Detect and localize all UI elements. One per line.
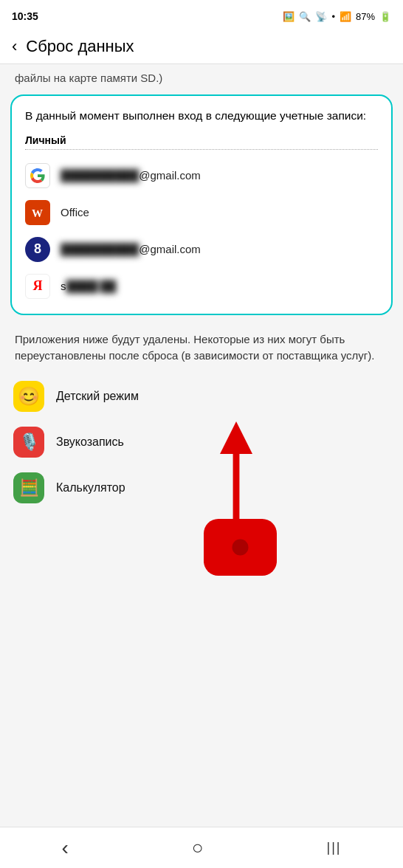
office-icon: W (25, 200, 50, 225)
battery-icon: 🔋 (379, 11, 391, 22)
warning-text: Приложения ниже будут удалены. Некоторые… (0, 324, 403, 373)
wifi-icon: 📶 (340, 11, 351, 22)
page-title: Сброс данных (26, 37, 134, 56)
google1-blurred: ██████████ (61, 169, 139, 182)
search-icon: 🔍 (299, 11, 311, 22)
google2-account-text: ██████████@gmail.com (61, 243, 201, 255)
bottom-nav: ‹ ○ ||| (0, 827, 403, 868)
office-account-text: Office (61, 206, 89, 218)
yandex-icon: Я (25, 274, 50, 299)
google1-account-text: ██████████@gmail.com (61, 169, 201, 182)
calc-app-name: Калькулятор (56, 481, 125, 495)
yandex-blurred: ████ ██ (66, 280, 117, 292)
header: ‹ Сброс данных (0, 30, 403, 64)
google2-blurred: ██████████ (61, 243, 139, 255)
calc-app-icon: 🧮 (13, 472, 44, 503)
google2-icon: 8 (25, 237, 50, 262)
dot-icon: • (331, 11, 335, 22)
kids-app-name: Детский режим (56, 390, 139, 403)
recorder-app-icon: 🎙️ (13, 427, 44, 458)
account-item-google2: 8 ██████████@gmail.com (25, 231, 378, 268)
svg-text:W: W (32, 207, 43, 219)
status-icons: 🖼️ 🔍 📡 • 📶 87% 🔋 (283, 11, 391, 22)
back-button[interactable]: ‹ (12, 37, 17, 56)
cast-icon: 📡 (315, 11, 327, 22)
yandex-account-text: s████ ██ (61, 280, 116, 292)
account-item-office: W Office (25, 194, 378, 231)
account-item-google1: ██████████@gmail.com (25, 157, 378, 194)
accounts-header: В данный момент выполнен вход в следующи… (25, 108, 378, 124)
battery-text: 87% (356, 11, 375, 22)
nav-back-button[interactable]: ‹ (44, 830, 86, 866)
nav-recent-button[interactable]: ||| (309, 834, 359, 861)
status-bar: 10:35 🖼️ 🔍 📡 • 📶 87% 🔋 (0, 0, 403, 30)
gallery-icon: 🖼️ (283, 11, 294, 22)
app-item-calc: 🧮 Калькулятор (10, 465, 393, 511)
nav-home-button[interactable]: ○ (174, 830, 221, 865)
recorder-app-name: Звукозапись (56, 435, 124, 449)
app-item-kids: 😊 Детский режим (10, 373, 393, 419)
app-list: 😊 Детский режим 🎙️ Звукозапись 🧮 Калькул… (0, 373, 403, 511)
kids-app-icon: 😊 (13, 381, 44, 412)
accounts-card: В данный момент выполнен вход в следующи… (10, 94, 393, 315)
status-time: 10:35 (12, 10, 38, 22)
scroll-hint-text: файлы на карте памяти SD.) (0, 64, 403, 89)
google-icon (25, 163, 50, 188)
section-label-personal: Личный (25, 134, 378, 150)
account-item-yandex: Я s████ ██ (25, 268, 378, 305)
app-item-recorder: 🎙️ Звукозапись (10, 419, 393, 465)
